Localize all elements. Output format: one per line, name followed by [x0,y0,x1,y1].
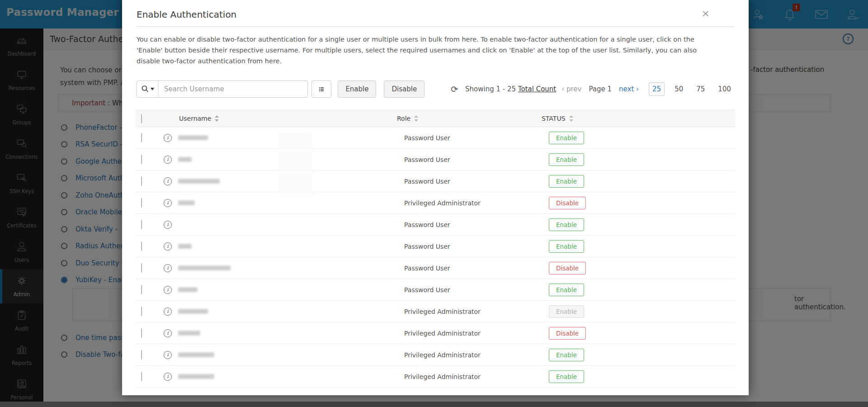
sort-icon[interactable] [569,115,573,122]
role-cell: Password User [404,265,549,272]
search-box [137,80,308,98]
column-role[interactable]: Role [397,115,410,122]
info-icon[interactable]: i [164,351,172,359]
status-toggle-button[interactable]: Enable [549,153,584,166]
table-row: i Password User Enable [136,236,735,257]
page-size-75[interactable]: 75 [693,83,708,95]
role-cell: Password User [404,243,549,250]
status-toggle-button[interactable]: Disable [549,197,586,209]
status-toggle-button[interactable]: Enable [549,240,584,253]
username-cell [178,309,404,314]
info-icon[interactable]: i [164,177,172,185]
info-icon[interactable]: i [164,308,172,316]
table-row: i Privileged Administrator Disable [136,322,735,344]
row-checkbox[interactable] [141,263,142,273]
sort-icon[interactable] [414,115,418,122]
status-toggle-button[interactable]: Enable [549,175,584,188]
next-page-link[interactable]: next › [619,85,639,93]
status-cell: Enable [549,132,684,144]
select-all-checkbox[interactable] [141,114,142,123]
role-cell: Privileged Administrator [404,373,549,380]
list-view-button[interactable] [311,80,331,98]
status-toggle-button[interactable]: Enable [549,349,584,361]
info-icon[interactable]: i [164,373,172,381]
dialog-title: Enable Authentication [137,9,734,20]
role-cell: Privileged Administrator [404,308,549,315]
info-icon[interactable]: i [164,329,172,337]
status-toggle-button[interactable]: Disable [549,327,586,340]
info-icon[interactable]: i [164,242,172,251]
row-checkbox[interactable] [141,155,142,164]
users-table: Username Role STATUS i Password [136,110,735,388]
table-row: i Privileged Administrator Enable [136,301,735,322]
row-checkbox[interactable] [141,176,142,186]
status-toggle-button[interactable]: Enable [549,284,584,296]
row-checkbox[interactable] [141,220,142,229]
redacted-username [178,200,195,205]
row-checkbox[interactable] [141,350,142,360]
status-cell: Disable [549,327,684,340]
status-cell: Enable [549,240,684,253]
status-cell: Enable [549,349,684,361]
search-input[interactable] [159,81,307,97]
redacted-username [178,309,208,314]
role-cell: Privileged Administrator [404,351,549,359]
table-row: i Privileged Administrator Disable [136,192,735,214]
search-icon [141,85,149,93]
list-icon [319,86,324,93]
row-checkbox[interactable] [141,198,142,208]
bulk-enable-button[interactable]: Enable [338,80,376,98]
close-icon[interactable]: × [702,9,710,18]
row-checkbox[interactable] [141,328,142,338]
page-size-50[interactable]: 50 [671,83,686,95]
total-count-link[interactable]: Total Count [518,85,556,93]
status-cell: Enable [549,218,684,231]
status-toggle-button[interactable]: Enable [549,218,584,231]
status-cell: Enable [549,370,684,383]
status-toggle-button[interactable]: Enable [549,132,584,144]
row-checkbox[interactable] [141,285,142,294]
page-size-selector: 255075100 [649,82,734,96]
redacted-username [178,287,198,292]
redacted-username [178,244,192,249]
redacted-username [178,331,200,336]
column-status[interactable]: STATUS [542,115,566,122]
info-icon[interactable]: i [164,221,172,229]
table-row: i Privileged Administrator Enable [136,366,735,388]
row-checkbox[interactable] [141,241,142,251]
role-cell: Password User [404,134,549,142]
info-icon[interactable]: i [164,134,172,142]
status-toggle-button[interactable]: Disable [549,262,586,274]
info-icon[interactable]: i [164,286,172,294]
info-icon[interactable]: i [164,156,172,164]
status-toggle-button[interactable]: Enable [549,370,584,383]
bulk-disable-button[interactable]: Disable [384,80,425,98]
search-scope-selector[interactable] [137,81,159,97]
status-toggle-button[interactable]: Enable [549,305,584,318]
table-body: i Password User Enable i Password User E… [136,127,735,388]
chevron-down-icon [151,88,154,90]
prev-page-link[interactable]: ‹ prev [561,85,581,93]
refresh-icon[interactable]: ⟳ [451,84,458,94]
row-checkbox[interactable] [141,133,142,142]
redacted-username [178,374,214,379]
status-cell: Enable [549,284,684,296]
table-row: i Password User Enable [136,214,735,236]
status-cell: Disable [549,262,684,274]
info-icon[interactable]: i [164,199,172,207]
row-checkbox[interactable] [141,307,142,316]
status-cell: Enable [549,175,684,188]
row-checkbox[interactable] [141,372,142,381]
role-cell: Password User [404,221,549,228]
table-header-row: Username Role STATUS [136,110,735,127]
column-username[interactable]: Username [179,115,211,122]
info-icon[interactable]: i [164,264,172,272]
table-row: i Password User Disable [136,257,735,279]
sort-icon[interactable] [215,115,219,122]
table-row: i Password User Enable [136,127,735,149]
redacted-username [178,265,231,270]
page-size-25[interactable]: 25 [649,82,665,96]
role-cell: Privileged Administrator [404,330,549,337]
page-size-100[interactable]: 100 [715,83,734,95]
enable-authentication-dialog: Enable Authentication × You can enable o… [122,0,749,395]
